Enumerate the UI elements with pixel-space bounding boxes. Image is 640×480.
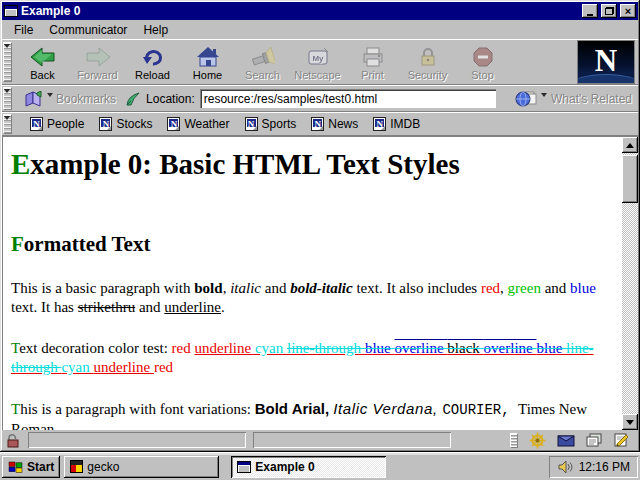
- netscape-logo-letter: N: [595, 43, 617, 79]
- window-icon: [4, 5, 18, 17]
- heading-first-letter: F: [11, 232, 24, 256]
- my-netscape-label: Netscape: [294, 69, 340, 81]
- component-bar-grip[interactable]: [510, 433, 518, 448]
- minimize-button[interactable]: [582, 4, 598, 18]
- location-quill-icon[interactable]: [125, 91, 141, 107]
- scroll-up-button[interactable]: [622, 137, 638, 153]
- personal-link-people[interactable]: People: [30, 117, 84, 131]
- whats-related-label: What's Related: [551, 92, 632, 106]
- volume-speaker-icon[interactable]: [557, 460, 573, 474]
- stop-label: Stop: [471, 69, 494, 81]
- chevron-down-icon: [541, 93, 547, 97]
- personal-link-label: Weather: [184, 117, 229, 131]
- personal-link-label: IMDB: [390, 117, 420, 131]
- whats-related-globe-icon: [515, 90, 537, 107]
- scrollbar-thumb[interactable]: [622, 155, 638, 203]
- window-title: Example 0: [21, 4, 579, 18]
- personal-link-label: People: [47, 117, 84, 131]
- my-netscape-icon: My: [306, 44, 330, 69]
- personal-link-label: Sports: [262, 117, 297, 131]
- reload-icon: [142, 44, 164, 69]
- page-icon: [167, 117, 180, 131]
- forward-label: Forward: [77, 69, 117, 81]
- stop-icon: [473, 44, 493, 69]
- page-icon: [311, 117, 324, 131]
- back-button[interactable]: Back: [15, 41, 70, 83]
- section-heading: Formatted Text: [11, 232, 612, 257]
- url-input[interactable]: [200, 89, 496, 108]
- menu-file[interactable]: File: [6, 21, 41, 39]
- task-button-example0[interactable]: Example 0: [231, 456, 386, 478]
- page-title: Example 0: Basic HTML Text Styles: [11, 148, 612, 181]
- print-label: Print: [361, 69, 384, 81]
- chevron-down-icon: [47, 93, 53, 97]
- forward-button[interactable]: Forward: [70, 41, 125, 83]
- browser-window: Example 0 × File Communicator Help Back: [0, 0, 640, 452]
- toolbar-grippy[interactable]: [3, 42, 12, 82]
- mailbox-icon[interactable]: [557, 433, 575, 447]
- home-icon: [196, 44, 220, 69]
- paragraph-first-letter: T: [11, 340, 19, 356]
- personal-link-news[interactable]: News: [311, 117, 358, 131]
- print-button[interactable]: Print: [345, 41, 400, 83]
- bookmarks-label: Bookmarks: [56, 92, 116, 106]
- forward-arrow-icon: [85, 44, 111, 69]
- navigator-wheel-icon[interactable]: [529, 432, 546, 449]
- vertical-scrollbar[interactable]: [622, 137, 638, 430]
- my-netscape-button[interactable]: My Netscape: [290, 41, 345, 83]
- personal-link-stocks[interactable]: Stocks: [99, 117, 152, 131]
- menu-help[interactable]: Help: [135, 21, 176, 39]
- print-icon: [361, 44, 385, 69]
- search-button[interactable]: Search: [235, 41, 290, 83]
- menu-communicator[interactable]: Communicator: [41, 21, 135, 39]
- back-arrow-icon: [30, 44, 56, 69]
- personal-link-label: Stocks: [116, 117, 152, 131]
- start-button[interactable]: Start: [2, 456, 60, 478]
- composer-icon[interactable]: [613, 433, 630, 447]
- reload-button[interactable]: Reload: [125, 41, 180, 83]
- page-icon: [30, 117, 43, 131]
- bookmarks-button[interactable]: Bookmarks: [20, 90, 120, 108]
- task-button-gecko[interactable]: gecko: [64, 456, 219, 478]
- paragraph-font-variations: This is a paragraph with font variations…: [11, 399, 612, 430]
- location-toolbar: Bookmarks Location: What's Related: [2, 85, 638, 112]
- title-bar[interactable]: Example 0 ×: [2, 2, 638, 20]
- personal-link-weather[interactable]: Weather: [167, 117, 229, 131]
- newsgroups-icon[interactable]: [586, 433, 602, 447]
- restore-icon: [605, 7, 614, 15]
- scroll-down-button[interactable]: [622, 414, 638, 430]
- location-label: Location:: [146, 92, 195, 106]
- home-button[interactable]: Home: [180, 41, 235, 83]
- menu-bar: File Communicator Help: [2, 20, 638, 39]
- close-icon: ×: [625, 6, 631, 16]
- netscape-logo[interactable]: N: [578, 41, 634, 83]
- restore-button[interactable]: [601, 4, 617, 18]
- whats-related-button[interactable]: What's Related: [513, 89, 634, 108]
- taskbar: Start gecko Example 0 12:16 PM: [0, 452, 640, 480]
- toolbar-grippy[interactable]: [3, 114, 12, 134]
- start-label: Start: [27, 460, 54, 474]
- desktop: Example 0 × File Communicator Help Back: [0, 0, 640, 480]
- window-icon: [237, 461, 251, 473]
- status-bar: [2, 430, 638, 450]
- page-icon: [99, 117, 112, 131]
- component-bar: [510, 432, 634, 449]
- personal-link-imdb[interactable]: IMDB: [373, 117, 420, 131]
- page-content: Example 0: Basic HTML Text Styles Format…: [2, 136, 638, 430]
- back-label: Back: [30, 69, 54, 81]
- personal-link-sports[interactable]: Sports: [245, 117, 297, 131]
- security-status-icon[interactable]: [6, 433, 21, 448]
- heading-first-letter: E: [11, 148, 30, 180]
- toolbar-grippy[interactable]: [3, 87, 12, 110]
- security-button[interactable]: Security: [400, 41, 455, 83]
- page-icon: [245, 117, 258, 131]
- page-icon: [373, 117, 386, 131]
- windows-logo-icon: [8, 460, 23, 473]
- scrollbar-track[interactable]: [622, 203, 638, 414]
- task-label: gecko: [87, 460, 119, 474]
- stop-button[interactable]: Stop: [455, 41, 510, 83]
- task-label: Example 0: [255, 460, 314, 474]
- close-button[interactable]: ×: [620, 4, 636, 18]
- gecko-icon: [70, 460, 83, 473]
- home-label: Home: [193, 69, 222, 81]
